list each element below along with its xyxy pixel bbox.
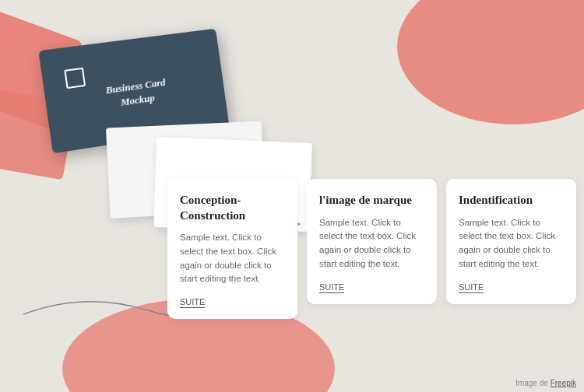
card-dark-label: Business CardMockup: [105, 75, 169, 112]
info-card-1: Conception-Construction Sample text. Cli…: [167, 179, 297, 319]
info-card-1-body: Sample text. Click to select the text bo…: [180, 231, 285, 286]
info-card-1-title: Conception-Construction: [180, 193, 285, 223]
card-logo: [64, 68, 86, 89]
info-card-3-title: Indentification: [459, 193, 564, 208]
info-card-3: Indentification Sample text. Click to se…: [446, 179, 576, 304]
info-card-3-link[interactable]: SUITE: [459, 282, 484, 293]
info-card-2: l'image de marque Sample text. Click to …: [307, 179, 437, 304]
decorative-shape-top-right: [397, 0, 584, 124]
info-card-3-body: Sample text. Click to select the text bo…: [459, 216, 564, 271]
attribution-text: Image de: [515, 379, 550, 387]
attribution: Image de Freepik: [515, 379, 576, 387]
info-card-1-link[interactable]: SUITE: [180, 297, 205, 308]
background: Business CardMockup Business CardMockup …: [0, 0, 584, 392]
info-card-2-link[interactable]: SUITE: [319, 282, 344, 293]
info-card-2-body: Sample text. Click to select the text bo…: [319, 216, 424, 271]
info-cards-section: Conception-Construction Sample text. Cli…: [167, 179, 576, 369]
attribution-link[interactable]: Freepik: [551, 379, 576, 387]
info-card-2-title: l'image de marque: [319, 193, 424, 208]
